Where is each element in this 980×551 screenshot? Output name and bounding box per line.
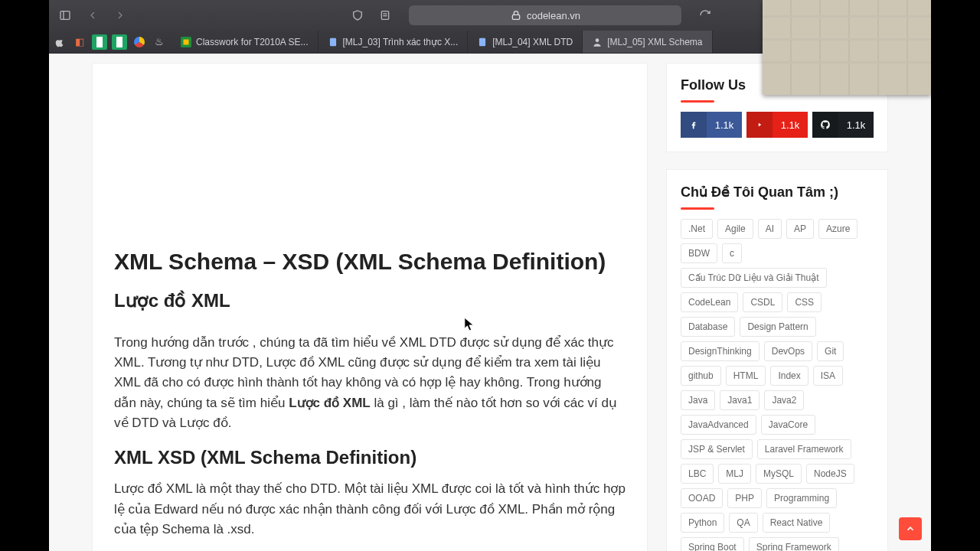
url-text: codelean.vn [527,10,580,21]
topic-tag[interactable]: Index [770,366,808,386]
cursor-icon [464,317,475,332]
topics-card: Chủ Đề Tôi Quan Tâm ;) .NetAgileAIAPAzur… [666,169,888,551]
flame-icon: ♨ [152,34,167,50]
topic-tag[interactable]: ISA [813,366,843,386]
topic-tag[interactable]: Agile [717,219,753,239]
topic-tag[interactable]: c [722,243,742,263]
page-scroll[interactable]: XML Schema – XSD (XML Schema Definition)… [49,54,931,551]
gdrive-icon [132,34,147,50]
topic-tag[interactable]: Design Pattern [740,317,815,337]
svg-point-10 [596,38,599,42]
youtube-link[interactable]: 1.1k [746,112,808,138]
topic-tag[interactable]: Programming [766,488,837,508]
topic-tag[interactable]: QA [729,513,757,533]
github-link[interactable]: 1.1k [812,112,874,138]
topic-tag[interactable]: Spring Boot [681,537,744,551]
topics-title: Chủ Đề Tôi Quan Tâm ;) [681,184,874,208]
facebook-icon [681,112,707,138]
topic-tag[interactable]: Azure [818,219,858,239]
gclass-favicon [181,37,191,47]
background-shelves [763,0,931,95]
topic-tag[interactable]: Cấu Trúc Dữ Liệu và Giải Thuật [681,268,827,288]
topic-tag[interactable]: github [681,366,721,386]
topic-tag[interactable]: MLJ [718,464,751,484]
shield-icon[interactable] [348,5,368,25]
article-title: XML Schema – XSD (XML Schema Definition) [114,247,626,276]
topic-tag[interactable]: CodeLean [681,292,738,312]
back-button[interactable] [83,5,103,25]
browser-tab[interactable]: [MLJ_03] Trình xác thực X... [318,31,469,53]
topic-tag[interactable]: .Net [681,219,713,239]
doc-favicon [328,37,338,47]
github-count: 1.1k [838,119,874,131]
youtube-icon [746,112,773,138]
topic-tag[interactable]: OOAD [681,488,723,508]
facebook-link[interactable]: 1.1k [681,112,742,138]
topic-tag[interactable]: AP [786,219,814,239]
svg-rect-8 [329,37,335,46]
topic-tag[interactable]: JavaCore [761,415,815,435]
topic-tag[interactable]: Java [681,390,715,410]
sidebar-toggle-icon[interactable] [55,5,75,25]
browser-tab[interactable]: [MLJ_04] XML DTD [468,31,583,53]
reload-button[interactable] [695,5,715,25]
topic-tag[interactable]: MySQL [756,464,802,484]
browser-tab[interactable]: Classwork for T2010A SE... [172,31,318,53]
svg-rect-0 [60,11,70,20]
article-h2-xsd: XML XSD (XML Schema Definition) [114,447,626,468]
person-favicon [592,37,603,47]
reader-icon[interactable] [375,5,395,25]
tab-label: Classwork for T2010A SE... [196,37,309,47]
browser-tab[interactable]: [MLJ_05] XML Schema [583,31,712,53]
topic-tag[interactable]: Spring Framework [749,537,839,551]
topic-tag[interactable]: Database [681,317,735,337]
viewport: XML Schema – XSD (XML Schema Definition)… [49,54,931,551]
topic-tag[interactable]: LBC [681,464,714,484]
topic-tag[interactable]: NodeJS [806,464,854,484]
webcam-overlay: CIAO [763,0,931,95]
tag-cloud: .NetAgileAIAPAzureBDWcCấu Trúc Dữ Liệu v… [681,219,874,551]
sidebar: Follow Us 1.1k [666,63,888,551]
office-icon: ◧ [72,34,87,50]
topic-tag[interactable]: Python [681,513,724,533]
lock-icon [510,9,522,21]
back-to-top-button[interactable] [899,517,922,540]
topic-tag[interactable]: Laravel Framework [757,439,851,459]
address-bar[interactable]: codelean.vn [409,5,681,25]
article-subtitle: Lược đồ XML [114,290,626,311]
article-paragraph-1: Trong hướng dẫn trước , chúng ta đã tìm … [114,333,626,434]
svg-rect-9 [479,37,485,46]
tab-label: [MLJ_03] Trình xác thực X... [343,37,459,47]
youtube-count: 1.1k [773,119,808,131]
github-icon [812,112,838,138]
sheets-icon-2 [112,34,127,50]
topic-tag[interactable]: CSS [787,292,822,312]
topic-tag[interactable]: DesignThinking [681,341,760,361]
doc-favicon [477,37,488,47]
topic-tag[interactable]: DevOps [764,341,812,361]
apple-icon [52,34,67,50]
topic-tag[interactable]: JavaAdvanced [681,415,756,435]
topic-tag[interactable]: Git [817,341,844,361]
topic-tag[interactable]: React Native [763,513,831,533]
svg-rect-5 [512,15,519,19]
topic-tag[interactable]: JSP & Servlet [681,439,753,459]
forward-button[interactable] [110,5,130,25]
dock-icons: ◧ ♨ [49,31,172,53]
article-paragraph-2: Lược đồ XML là một thay thế cho DTD. Một… [114,479,626,540]
topic-tag[interactable]: CSDL [743,292,782,312]
topic-tag[interactable]: BDW [681,243,717,263]
sheets-icon-1 [92,34,107,50]
topic-tag[interactable]: PHP [727,488,762,508]
topic-tag[interactable]: HTML [726,366,766,386]
topic-tag[interactable]: Java1 [720,390,760,410]
article: XML Schema – XSD (XML Schema Definition)… [92,63,648,551]
svg-rect-7 [184,39,189,44]
topic-tag[interactable]: AI [758,219,782,239]
facebook-count: 1.1k [707,119,742,131]
topic-tag[interactable]: Java2 [764,390,804,410]
tab-label: [MLJ_05] XML Schema [607,37,702,47]
tab-label: [MLJ_04] XML DTD [492,37,573,47]
